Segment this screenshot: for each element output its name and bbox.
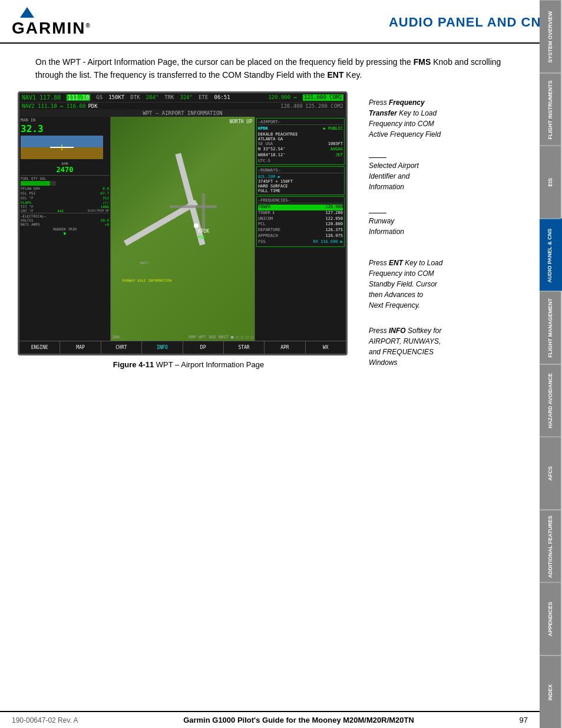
runway-lighting: FULL TIME: [258, 189, 343, 193]
freq-pcl-row: PCL 120.800: [258, 222, 343, 228]
sidebar-tab-eis[interactable]: EIS: [540, 146, 562, 219]
com2-stby: 125.200 COM2: [305, 103, 343, 109]
main-content: On the WPT - Airport Information Page, t…: [0, 44, 540, 380]
fflow-row: FFLOW GPH 0.0: [21, 186, 109, 190]
page-footer: 190-00647-02 Rev. A Garmin G1000 Pilot's…: [0, 711, 540, 728]
sidebar-tab-afcs[interactable]: AFCS: [540, 437, 562, 510]
annotation-runway-line: [369, 213, 386, 213]
map-page-dots: MAP WPT AUX NRST ■ □ □ □ □: [189, 335, 253, 340]
fuel-bar-chart: [21, 181, 56, 186]
tit-row: TIT °F 1486: [21, 205, 109, 209]
screen-nav2-row: NAV2 111.10 ↔ 116.60 PDK 128.400 125.200…: [19, 103, 346, 110]
svg-text:PDK: PDK: [198, 235, 206, 240]
freq-tower2-val: 127.200: [325, 210, 343, 216]
svg-text:RW27: RW27: [140, 261, 149, 265]
freq-unicom-val: 122.950: [325, 216, 343, 222]
airport-lat-row: N 33°52.54' AVGAS: [258, 147, 343, 153]
freq-pcl-label: PCL: [258, 222, 266, 228]
cht-trim-row: CHT °F 442 ELEV↑TRIM UP: [21, 209, 109, 213]
softkey-chrt[interactable]: CHRT: [101, 341, 142, 354]
freq-app-val: 126.975: [325, 233, 343, 239]
tit-value: 1486: [101, 205, 109, 209]
freq-app-row: APPROACH 126.975: [258, 233, 343, 239]
airport-elev: 1003FT: [328, 141, 343, 147]
bat-row: BAT1 AMPS +0: [21, 222, 109, 226]
softkey-map[interactable]: MAP: [60, 341, 101, 354]
softkey-wx[interactable]: WX: [306, 341, 346, 354]
softkey-dp[interactable]: DP: [183, 341, 224, 354]
bat-value: +0: [105, 222, 109, 226]
page-header: GARMIN® AUDIO PANEL AND CNS: [0, 0, 562, 44]
runway-dim: 3745FT × 150FT: [258, 179, 343, 184]
page-title: AUDIO PANEL AND CNS: [389, 15, 550, 30]
map-background: NORTH UP: [111, 117, 254, 341]
softkey-star[interactable]: STAR: [224, 341, 265, 354]
freq-dep-row: DEPARTURE 126.375: [258, 228, 343, 233]
footer-page-number: 97: [520, 716, 528, 724]
freq-dep-label: DEPARTURE: [258, 228, 280, 233]
svg-text:KPDK: KPDK: [198, 229, 209, 234]
freq-unicom-row: UNICOM 122.950: [258, 216, 343, 222]
freq-tower2-row: TOWER ℹ 127.200: [258, 210, 343, 216]
intro-paragraph: On the WPT - Airport Information Page, t…: [12, 44, 528, 91]
figure-area: NAV1 117.80 111.10 GS 150KT DTK 284° TRK…: [12, 91, 528, 380]
sidebar-tab-appendices[interactable]: APPENDICES: [540, 582, 562, 655]
airport-utc: UTC-5: [258, 159, 343, 163]
sidebar-tab-additional[interactable]: ADDITIONAL FEATURES: [540, 510, 562, 583]
com1-stby: 120.900 ↔: [268, 94, 297, 101]
svg-text:RUNWAY AXLE INFORMATION: RUNWAY AXLE INFORMATION: [123, 278, 171, 282]
freq-fss-label: FSS: [258, 239, 266, 245]
footer-doc-number: 190-00647-02 Rev. A: [12, 716, 78, 724]
nav2-freq: NAV2 111.10 ↔ 116.60: [22, 103, 85, 109]
airport-identifier: KPDK: [258, 126, 268, 132]
com2-freq: 128.400: [280, 103, 303, 109]
annotation-runway-text: RunwayInformation: [369, 216, 522, 237]
runways-section: —RUNWAYS— 02L-20R ▶ 3745FT × 150FT HARD …: [256, 166, 345, 195]
ete-value: 06:51: [214, 94, 230, 101]
airport-section-title: —AIRPORT—: [258, 120, 343, 125]
airport-lat: N 33°52.54': [258, 147, 285, 153]
sidebar-tab-system[interactable]: SYSTEM OVERVIEW: [540, 0, 562, 73]
footer-title: Garmin G1000 Pilot's Guide for the Moone…: [183, 716, 414, 724]
freq-tower1-val: 120.900: [325, 205, 343, 210]
annotation-freq-transfer: Press FrequencyTransfer Key to LoadFrequ…: [369, 97, 522, 140]
sidebar-tab-audio[interactable]: AUDIO PANEL & CNS: [540, 219, 562, 292]
com1-active: 121.600 COM1: [303, 94, 343, 101]
annotation-ent-text: Press ENT Key to LoadFrequency into COMS…: [369, 258, 522, 311]
freq-fss-val: RX 116.600 ▶: [313, 239, 343, 245]
annotation-airport-text: Selected AirportIdentifier andInformatio…: [369, 160, 522, 192]
freq-unicom-label: UNICOM: [258, 216, 273, 222]
airport-lon: W084°18.12': [258, 153, 285, 159]
dtk-label: DTK: [130, 94, 140, 101]
freq-section-title: —FREQUENCIES—: [258, 198, 343, 203]
airport-name: DEKALB PEACHTREE: [258, 132, 343, 137]
wpt-title-bar: WPT – AIRPORT INFORMATION: [19, 110, 346, 117]
sidebar-tab-flight-mgmt[interactable]: FLIGHT MANAGEMENT: [540, 291, 562, 364]
sidebar-tab-flight[interactable]: FLIGHT INSTRUMENTS: [540, 73, 562, 146]
freq-dep-val: 126.375: [325, 228, 343, 233]
man-in-value: 32.3: [21, 123, 109, 134]
annotation-ent: Press ENT Key to LoadFrequency into COMS…: [369, 258, 522, 311]
softkey-engine[interactable]: ENGINE: [19, 341, 60, 354]
annotation-airport-info: Selected AirportIdentifier andInformatio…: [369, 157, 522, 192]
softkey-apr[interactable]: APR: [265, 341, 305, 354]
cht-value: 442: [57, 209, 64, 213]
softkey-info[interactable]: INFO: [142, 341, 183, 354]
fuel-qty-label: FUEL QTY GAL: [21, 175, 109, 180]
runway-overlay: KPDK PDK RUNWAY AXLE INFORMATION RW27: [111, 117, 254, 341]
sidebar-tab-index[interactable]: INDEX: [540, 655, 562, 729]
electrical-label: —ELECTRICAL—: [21, 213, 109, 218]
sidebar-tab-hazard[interactable]: HAZARD AVOIDANCE: [540, 364, 562, 437]
trk-value: 324°: [180, 94, 193, 101]
rpm-display: RPM 2470: [21, 162, 109, 174]
freq-tower2-label: TOWER ℹ: [258, 210, 275, 216]
annotation-airport-line: [369, 157, 386, 158]
screen-body: MAN IN 32.3 RPM 2470: [19, 117, 346, 341]
garmin-triangle-icon: [20, 7, 34, 18]
runways-section-title: —RUNWAYS—: [258, 168, 343, 173]
flaps-row: FLAPS ///: [21, 200, 109, 205]
nav2-id: PDK: [88, 103, 97, 109]
airport-section: —AIRPORT— KPDK ◆ PUBLIC DEKALB PEACHTREE…: [256, 118, 345, 165]
attitude-indicator: [21, 136, 103, 159]
runway-surface: HARD SURFACE: [258, 184, 343, 189]
